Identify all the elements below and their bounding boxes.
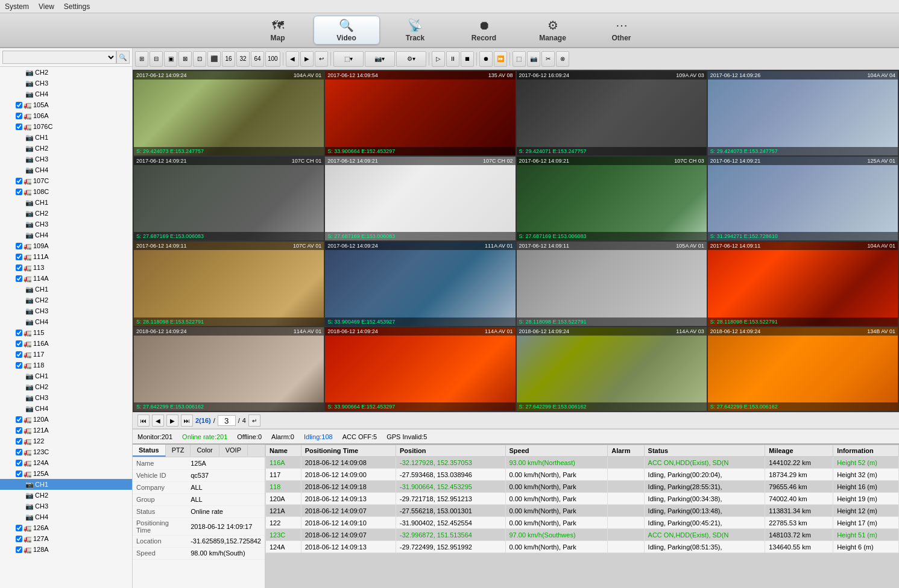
vehicle-checkbox[interactable] xyxy=(16,264,22,271)
tree-item-113[interactable]: 🚛113 xyxy=(0,262,132,273)
tree-item-125a-ch1[interactable]: 📷CH1 xyxy=(0,479,132,490)
table-row[interactable]: 116A 2018-06-12 14:09:08 -32.127928, 152… xyxy=(266,457,899,469)
toolbar-btn-1[interactable]: ⊞ xyxy=(135,51,148,67)
toolbar-preset[interactable]: ⚙▾ xyxy=(396,51,426,67)
page-last-btn[interactable]: ⏭ xyxy=(181,414,193,427)
video-cell-4[interactable]: 2017-06-12 14:09:26 104A AV 04 S: 29.424… xyxy=(708,71,898,155)
page-prev-btn[interactable]: ◀ xyxy=(152,414,164,427)
tree-item-109a[interactable]: 🚛109A xyxy=(0,240,132,251)
video-cell-15[interactable]: 2018-06-12 14:09:24 114A AV 03 S: 27.642… xyxy=(517,327,707,411)
vehicle-checkbox[interactable] xyxy=(16,124,22,130)
table-row[interactable]: 122 2018-06-12 14:09:10 -31.900402, 152.… xyxy=(266,517,899,529)
toolbar-screenshot[interactable]: 📷 xyxy=(527,51,540,67)
tree-item-127a[interactable]: 🚛127A xyxy=(0,533,132,544)
search-button[interactable]: 🔍 xyxy=(116,51,130,64)
vehicle-checkbox[interactable] xyxy=(16,460,22,466)
toolbar-pause[interactable]: ⏸ xyxy=(446,51,459,67)
info-tab-status[interactable]: Status xyxy=(133,445,166,457)
toolbar-btn-3[interactable]: ▣ xyxy=(164,51,177,67)
tree-item-118-ch1[interactable]: 📷CH1 xyxy=(0,371,132,381)
toolbar-close[interactable]: ⊗ xyxy=(556,51,569,67)
video-cell-14[interactable]: 2018-06-12 14:09:24 114A AV 01 S: 33.900… xyxy=(325,327,515,411)
data-table-container[interactable]: NamePositioning TimePositionSpeedAlarmSt… xyxy=(265,445,899,588)
tree-item-117[interactable]: 🚛117 xyxy=(0,349,132,360)
tab-track[interactable]: 📡 Track xyxy=(382,16,449,45)
tree-item-118[interactable]: 🚛118 xyxy=(0,360,132,371)
tree-item-122[interactable]: 🚛122 xyxy=(0,436,132,446)
vehicle-checkbox[interactable] xyxy=(16,189,22,195)
tree-item-111a[interactable]: 🚛111A xyxy=(0,251,132,262)
tree-item-124a[interactable]: 🚛124A xyxy=(0,457,132,468)
tree-item-116a[interactable]: 🚛116A xyxy=(0,338,132,349)
tree-item-ch4[interactable]: 📷CH4 xyxy=(0,89,132,99)
menu-settings[interactable]: Settings xyxy=(64,2,90,11)
vehicle-checkbox[interactable] xyxy=(16,536,22,542)
video-cell-13[interactable]: 2018-06-12 14:09:24 114A AV 01 S: 27.642… xyxy=(134,327,324,411)
tree-item-1076c-ch2[interactable]: 📷CH2 xyxy=(0,143,132,154)
video-cell-12[interactable]: 2017-06-12 14:09:11 104A AV 01 S: 28.118… xyxy=(708,242,898,326)
col-mileage[interactable]: Mileage xyxy=(765,445,833,457)
tree-item-108c-ch1[interactable]: 📷CH1 xyxy=(0,197,132,208)
toolbar-btn-32[interactable]: 32 xyxy=(236,51,250,67)
tree-item-108c-ch2[interactable]: 📷CH2 xyxy=(0,208,132,219)
tree-item-115[interactable]: 🚛115 xyxy=(0,327,132,338)
tree-item-1076c-ch4[interactable]: 📷CH4 xyxy=(0,164,132,175)
video-cell-3[interactable]: 2017-06-12 16:09:24 109A AV 03 S: 29.424… xyxy=(517,71,707,155)
tree-item-126a[interactable]: 🚛126A xyxy=(0,522,132,533)
video-cell-7[interactable]: 2017-06-12 14:09:21 107C CH 03 S: 27.687… xyxy=(517,157,707,241)
toolbar-btn-6[interactable]: ⬛ xyxy=(207,51,221,67)
toolbar-stop[interactable]: ⏹ xyxy=(461,51,474,67)
video-cell-8[interactable]: 2017-06-12 14:09:21 125A AV 01 S: 31.294… xyxy=(708,157,898,241)
menu-system[interactable]: System xyxy=(5,2,29,11)
toolbar-btn-5[interactable]: ⊡ xyxy=(193,51,206,67)
video-cell-5[interactable]: 2017-06-12 14:09:21 107C CH 01 S: 27.687… xyxy=(134,157,324,241)
vehicle-checkbox[interactable] xyxy=(16,427,22,434)
tree-item-114a-ch1[interactable]: 📷CH1 xyxy=(0,284,132,295)
tree-item-106a[interactable]: 🚛106A xyxy=(0,110,132,121)
vehicle-checkbox[interactable] xyxy=(16,340,22,347)
toolbar-fast[interactable]: ⏩ xyxy=(494,51,507,67)
tree-item-128a[interactable]: 🚛128A xyxy=(0,544,132,555)
vehicle-checkbox[interactable] xyxy=(16,416,22,423)
tree-item-114a[interactable]: 🚛114A xyxy=(0,273,132,284)
tree-item-1076c-ch1[interactable]: 📷CH1 xyxy=(0,132,132,143)
col-status[interactable]: Status xyxy=(644,445,765,457)
toolbar-btn-2[interactable]: ⊟ xyxy=(150,51,163,67)
col-name[interactable]: Name xyxy=(266,445,301,457)
tree-item-ch3[interactable]: 📷CH3 xyxy=(0,78,132,89)
vehicle-checkbox[interactable] xyxy=(16,351,22,358)
tree-item-1076c[interactable]: 🚛1076C xyxy=(0,121,132,132)
info-tab-ptz[interactable]: PTZ xyxy=(166,445,191,457)
video-cell-6[interactable]: 2017-06-12 14:09:21 107C CH 02 S: 27.687… xyxy=(325,157,515,241)
vehicle-checkbox[interactable] xyxy=(16,546,22,553)
toolbar-btn-16[interactable]: 16 xyxy=(222,51,235,67)
toolbar-play[interactable]: ▷ xyxy=(432,51,445,67)
video-cell-9[interactable]: 2017-06-12 14:09:11 107C AV 01 S: 28.118… xyxy=(134,242,324,326)
toolbar-screen-sel[interactable]: ⬚▾ xyxy=(333,51,364,67)
tab-video[interactable]: 🔍 Video xyxy=(314,16,380,45)
tree-item-125a-ch4[interactable]: 📷CH4 xyxy=(0,511,132,522)
video-cell-1[interactable]: 2017-06-12 14:09:24 104A AV 01 S: 29.424… xyxy=(134,71,324,155)
tree-item-125a-ch3[interactable]: 📷CH3 xyxy=(0,501,132,511)
tab-record[interactable]: ⏺ Record xyxy=(451,16,517,45)
tree-item-118-ch3[interactable]: 📷CH3 xyxy=(0,392,132,403)
toolbar-btn-100[interactable]: 100 xyxy=(265,51,280,67)
video-cell-11[interactable]: 2017-06-12 14:09:11 105A AV 01 S: 28.118… xyxy=(517,242,707,326)
toolbar-cut[interactable]: ✂ xyxy=(541,51,555,67)
col-information[interactable]: Information xyxy=(833,445,899,457)
info-tab-color[interactable]: Color xyxy=(191,445,219,457)
table-row[interactable]: 118 2018-06-12 14:09:18 -31.900664, 152.… xyxy=(266,481,899,493)
tree-item-ch2[interactable]: 📷CH2 xyxy=(0,67,132,78)
vehicle-checkbox[interactable] xyxy=(16,178,22,184)
tree-item-123c[interactable]: 🚛123C xyxy=(0,446,132,457)
tab-other[interactable]: ⋯ Other xyxy=(588,16,655,45)
page-go-btn[interactable]: ↵ xyxy=(248,414,260,427)
tab-manage[interactable]: ⚙ Manage xyxy=(520,16,586,45)
tree-item-120a[interactable]: 🚛120A xyxy=(0,414,132,425)
toolbar-cam-sel[interactable]: 📷▾ xyxy=(365,51,395,67)
col-position[interactable]: Position xyxy=(396,445,505,457)
table-row[interactable]: 117 2018-06-12 14:09:00 -27.593468, 153.… xyxy=(266,469,899,481)
vehicle-checkbox[interactable] xyxy=(16,275,22,282)
tree-item-107c[interactable]: 🚛107C xyxy=(0,175,132,186)
col-positioning time[interactable]: Positioning Time xyxy=(301,445,396,457)
